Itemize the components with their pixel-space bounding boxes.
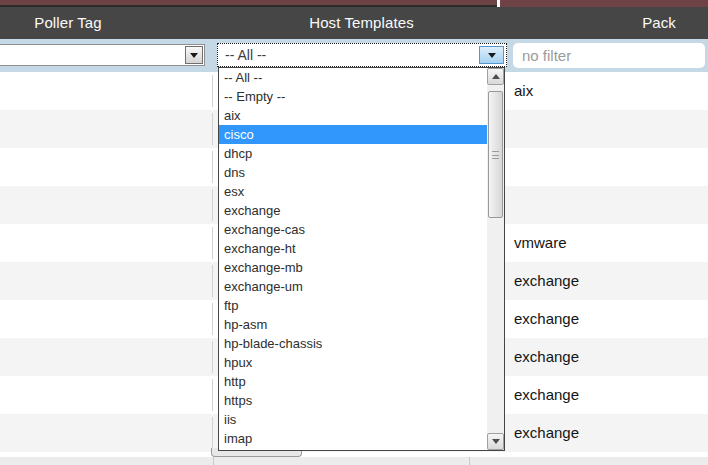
column-header-host-templates[interactable]: Host Templates bbox=[213, 7, 510, 39]
host-templates-dropdown-list: -- All ---- Empty --aixciscodhcpdnsesxex… bbox=[218, 67, 505, 451]
poller-tag-cell bbox=[0, 189, 213, 221]
arrow-down-icon bbox=[492, 439, 500, 444]
pack-cell: exchange bbox=[510, 262, 708, 300]
poller-tag-cell bbox=[0, 303, 213, 335]
dropdown-options: -- All ---- Empty --aixciscodhcpdnsesxex… bbox=[219, 68, 487, 450]
dropdown-option[interactable]: imap bbox=[219, 429, 487, 448]
dropdown-option[interactable]: hpux bbox=[219, 353, 487, 372]
dropdown-option[interactable]: hp-asm bbox=[219, 315, 487, 334]
dropdown-option[interactable]: iis bbox=[219, 410, 487, 429]
dropdown-option[interactable]: -- All -- bbox=[219, 68, 487, 87]
pack-cell bbox=[510, 186, 708, 224]
scrollbar-thumb[interactable] bbox=[488, 91, 503, 218]
pack-cell: exchange bbox=[510, 376, 708, 414]
host-filter-screen: Poller Tag Host Templates Pack aixvmware… bbox=[0, 0, 708, 465]
poller-tag-cell bbox=[0, 113, 213, 145]
dropdown-option[interactable]: http bbox=[219, 372, 487, 391]
dropdown-option[interactable]: aix bbox=[219, 106, 487, 125]
dropdown-option[interactable]: https bbox=[219, 391, 487, 410]
poller-tag-select-arrow-button[interactable] bbox=[185, 46, 203, 64]
dropdown-option[interactable]: cisco bbox=[219, 125, 487, 144]
pack-filter-input[interactable] bbox=[513, 43, 705, 68]
host-templates-select-arrow-button[interactable] bbox=[479, 46, 504, 64]
column-header-poller-tag[interactable]: Poller Tag bbox=[0, 7, 136, 39]
chevron-down-icon bbox=[488, 53, 496, 58]
dropdown-option[interactable]: exchange-um bbox=[219, 277, 487, 296]
pack-cell: exchange bbox=[510, 300, 708, 338]
table-header-bar: Poller Tag Host Templates Pack bbox=[0, 7, 708, 39]
host-templates-select[interactable]: -- All -- bbox=[217, 43, 507, 67]
poller-tag-cell bbox=[0, 75, 213, 107]
dropdown-scrollbar[interactable] bbox=[487, 68, 504, 450]
dropdown-option[interactable]: -- Empty -- bbox=[219, 87, 487, 106]
dropdown-option[interactable]: esx bbox=[219, 182, 487, 201]
pack-cell bbox=[510, 110, 708, 148]
dropdown-option[interactable]: exchange-mb bbox=[219, 258, 487, 277]
scrollbar-down-button[interactable] bbox=[487, 433, 504, 450]
poller-tag-cell bbox=[0, 151, 213, 183]
dropdown-option[interactable]: exchange bbox=[219, 201, 487, 220]
column-divider bbox=[469, 457, 470, 465]
pack-cell: vmware bbox=[510, 224, 708, 262]
dropdown-option[interactable]: exchange-ht bbox=[219, 239, 487, 258]
scrollbar-grip-icon bbox=[492, 151, 499, 159]
poller-tag-cell bbox=[0, 379, 213, 411]
chevron-down-icon bbox=[190, 53, 198, 58]
next-section-band bbox=[0, 457, 708, 465]
pack-cell: aix bbox=[510, 72, 708, 110]
poller-tag-cell bbox=[0, 417, 213, 449]
poller-tag-cell bbox=[0, 265, 213, 297]
host-templates-select-value: -- All -- bbox=[225, 44, 266, 66]
dropdown-option[interactable]: dns bbox=[219, 163, 487, 182]
arrow-up-icon bbox=[492, 74, 500, 79]
pack-cell: exchange bbox=[510, 338, 708, 376]
column-divider bbox=[213, 457, 214, 465]
column-header-pack[interactable]: Pack bbox=[610, 7, 708, 39]
dropdown-option[interactable]: hp-blade-chassis bbox=[219, 334, 487, 353]
dropdown-option[interactable]: dhcp bbox=[219, 144, 487, 163]
dropdown-option[interactable]: ftp bbox=[219, 296, 487, 315]
pack-cell bbox=[510, 148, 708, 186]
scrollbar-up-button[interactable] bbox=[487, 68, 504, 85]
dropdown-option[interactable]: exchange-cas bbox=[219, 220, 487, 239]
poller-tag-cell bbox=[0, 341, 213, 373]
pack-cell: exchange bbox=[510, 414, 708, 452]
poller-tag-cell bbox=[0, 227, 213, 259]
top-nav-strip-right bbox=[500, 0, 708, 7]
poller-tag-select[interactable] bbox=[0, 44, 205, 66]
